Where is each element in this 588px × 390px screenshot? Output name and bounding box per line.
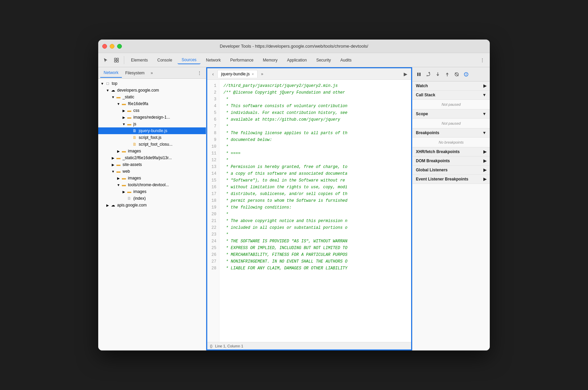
tree-label-developers: developers.google.com	[117, 88, 159, 93]
watch-chevron: ▶	[483, 83, 486, 88]
minimize-button[interactable]	[110, 44, 114, 49]
tree-item-apis[interactable]: ▶ ☁ apis.google.com	[98, 202, 206, 209]
folder-icon-tools-chrome: ▬	[121, 182, 127, 188]
tab-console[interactable]: Console	[153, 56, 176, 64]
editor-tab-close[interactable]: ×	[252, 72, 254, 76]
breakpoints-chevron: ▼	[482, 130, 486, 135]
tree-item-hash[interactable]: ▼ ▬ f6e16de9fa	[98, 100, 206, 107]
code-editor: 12345 678910 1112131415 1617181920 21222…	[207, 80, 411, 342]
tab-network[interactable]: Network	[202, 56, 225, 64]
folder-icon-images: ▬	[121, 148, 127, 154]
step-out-icon[interactable]	[443, 70, 452, 79]
folder-icon-static2: ▬	[116, 155, 121, 161]
pause-icon[interactable]	[415, 70, 423, 79]
right-sections: Watch ▶ Call Stack ▼ Not paused Scope ▼ …	[412, 81, 490, 350]
right-toolbar	[412, 67, 490, 81]
tree-item-static[interactable]: ▼ ▬ _static	[98, 94, 206, 100]
scope-status: Not paused	[442, 121, 460, 125]
svg-rect-0	[114, 58, 116, 60]
tree-arrow-developers: ▼	[105, 88, 110, 93]
event-chevron: ▶	[483, 177, 486, 181]
tree-item-tools-chrome[interactable]: ▼ ▬ tools/chrome-devtool...	[98, 181, 206, 188]
tree-label-script-foot-closure: script_foot_closu...	[139, 142, 172, 147]
tree-item-jquery-bundle[interactable]: 🗎 jquery-bundle.js	[98, 127, 206, 134]
tree-arrow-script-foot	[127, 135, 132, 140]
tree-item-index[interactable]: 🗎 (index)	[98, 195, 206, 202]
tab-memory[interactable]: Memory	[259, 56, 282, 64]
tree-item-developers[interactable]: ▼ ☁ developers.google.com	[98, 87, 206, 94]
tree-item-images-redesign[interactable]: ▶ ▬ images/redesign-1...	[98, 114, 206, 121]
svg-rect-3	[117, 60, 118, 62]
tree-item-css[interactable]: ▶ ▬ css	[98, 107, 206, 114]
more-menu-icon[interactable]: ⋮	[478, 55, 487, 65]
tree-item-web-images[interactable]: ▶ ▬ images	[98, 175, 206, 181]
tree-item-images[interactable]: ▶ ▬ images	[98, 148, 206, 154]
cursor-icon[interactable]	[101, 55, 110, 65]
tree-item-js[interactable]: ▼ ▬ js	[98, 121, 206, 127]
section-header-call-stack[interactable]: Call Stack ▼	[412, 91, 490, 100]
section-header-scope[interactable]: Scope ▼	[412, 109, 490, 119]
editor-tab-more[interactable]: »	[259, 70, 265, 78]
folder-icon-static: ▬	[116, 94, 121, 100]
section-label-call-stack: Call Stack	[416, 93, 435, 97]
step-over-icon[interactable]	[424, 70, 433, 79]
editor-tabs: ‹ jquery-bundle.js × » ▶	[207, 68, 411, 80]
file-icon-index: 🗎	[127, 196, 132, 201]
inspect-icon[interactable]	[112, 55, 121, 65]
tree-arrow-css: ▶	[121, 108, 127, 113]
code-content: //third_party/javascript/jquery2/jquery2…	[219, 80, 411, 342]
tree-item-tools-images[interactable]: ▶ ▬ images	[98, 188, 206, 195]
section-label-event-listeners: Event Listener Breakpoints	[416, 177, 468, 181]
devtools-window: Developer Tools - https://developers.goo…	[98, 40, 490, 350]
section-header-dom[interactable]: DOM Breakpoints ▶	[412, 156, 490, 166]
tree-arrow-tools-chrome: ▼	[116, 182, 121, 188]
tree-item-site-assets[interactable]: ▶ ▬ site-assets	[98, 161, 206, 168]
tree-item-script-foot[interactable]: 🗎 script_foot.js	[98, 134, 206, 141]
tree-item-static2[interactable]: ▶ ▬ _static2/f6e16de9fa/jsi13r...	[98, 154, 206, 161]
svg-rect-1	[117, 58, 118, 60]
section-label-dom: DOM Breakpoints	[416, 159, 450, 163]
tree-item-script-foot-closure[interactable]: 🗎 script_foot_closu...	[98, 141, 206, 148]
editor-tab-jquery[interactable]: jquery-bundle.js ×	[217, 70, 258, 78]
tab-filesystem[interactable]: Filesystem	[122, 69, 148, 77]
main-content: Network Filesystem » ⋮ ▼ □ top ▼ ☁	[98, 67, 490, 350]
panel-menu-icon[interactable]: ⋮	[195, 69, 204, 77]
panel-tab-more[interactable]: »	[149, 69, 155, 77]
tree-label-tools-images: images	[133, 189, 146, 194]
section-content-breakpoints: No breakpoints	[412, 138, 490, 147]
status-position: Line 1, Column 1	[215, 344, 243, 348]
line-numbers: 12345 678910 1112131415 1617181920 21222…	[207, 80, 219, 342]
tab-network[interactable]: Network	[100, 68, 122, 78]
tab-sources[interactable]: Sources	[178, 56, 201, 64]
tree-label-tools-chrome: tools/chrome-devtool...	[128, 182, 169, 187]
close-button[interactable]	[102, 44, 107, 49]
tree-item-web[interactable]: ▼ ▬ web	[98, 168, 206, 175]
file-icon-script-foot: 🗎	[132, 135, 137, 140]
editor-play-button[interactable]: ▶	[401, 70, 410, 78]
section-content-scope: Not paused	[412, 119, 490, 128]
section-header-event-listeners[interactable]: Event Listener Breakpoints ▶	[412, 175, 490, 184]
tab-performance[interactable]: Performance	[226, 56, 258, 64]
pause-on-exceptions-icon[interactable]	[462, 70, 471, 79]
deactivate-breakpoints-icon[interactable]	[452, 70, 461, 79]
tree-item-top[interactable]: ▼ □ top	[98, 80, 206, 87]
tree-label-web-images: images	[128, 176, 141, 180]
section-header-xhr[interactable]: XHR/fetch Breakpoints ▶	[412, 147, 490, 156]
editor-tab-prev[interactable]: ‹	[209, 70, 217, 78]
tree-arrow-tools-images: ▶	[121, 189, 127, 194]
svg-rect-4	[417, 73, 419, 76]
tab-application[interactable]: Application	[283, 56, 311, 64]
section-header-global[interactable]: Global Listeners ▶	[412, 166, 490, 175]
tab-elements[interactable]: Elements	[127, 56, 152, 64]
fullscreen-button[interactable]	[117, 44, 122, 49]
editor-panel: ‹ jquery-bundle.js × » ▶ 12345 678910 11…	[206, 67, 412, 350]
editor-status: {} Line 1, Column 1	[207, 342, 411, 349]
tree-arrow-images-redesign: ▶	[121, 115, 127, 120]
tab-security[interactable]: Security	[312, 56, 335, 64]
section-header-watch[interactable]: Watch ▶	[412, 81, 490, 91]
svg-point-13	[466, 75, 466, 76]
tab-audits[interactable]: Audits	[336, 56, 355, 64]
tree-arrow-top: ▼	[100, 81, 105, 86]
step-into-icon[interactable]	[433, 70, 442, 79]
section-header-breakpoints[interactable]: Breakpoints ▼	[412, 128, 490, 138]
